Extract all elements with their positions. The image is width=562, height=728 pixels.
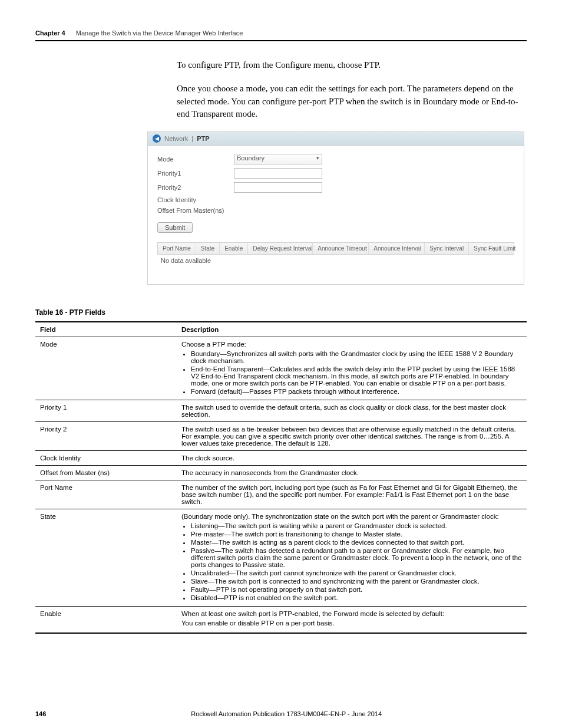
back-icon[interactable]: ◀ (153, 134, 161, 143)
table-row: Offset from Master (ns) The accuracy in … (35, 466, 527, 480)
header-rule (35, 40, 527, 41)
cell-desc: The accuracy in nanoseconds from the Gra… (177, 466, 527, 480)
cell-field: Priority 1 (35, 400, 177, 422)
breadcrumb-section[interactable]: Network (164, 135, 188, 142)
port-table-header: Port Name State Enable Delay Request Int… (157, 242, 514, 255)
cell-desc: The switch used as a tie-breaker between… (177, 422, 527, 451)
cell-field: Mode (35, 337, 177, 400)
breadcrumb-page: PTP (197, 135, 209, 142)
cell-desc: The clock source. (177, 451, 527, 466)
col-enable[interactable]: Enable (220, 243, 248, 254)
table-row: Mode Choose a PTP mode: Boundary—Synchro… (35, 337, 527, 400)
th-field: Field (35, 322, 177, 337)
mode-select[interactable]: Boundary (234, 154, 322, 164)
ptp-fields-table: Field Description Mode Choose a PTP mode… (35, 321, 527, 634)
screenshot-breadcrumb: ◀ Network | PTP (148, 132, 524, 146)
col-state[interactable]: State (196, 243, 220, 254)
col-portname[interactable]: Port Name (158, 243, 196, 254)
priority1-label: Priority1 (157, 170, 234, 177)
col-announce-timeout[interactable]: Announce Timeout (313, 243, 369, 254)
breadcrumb-separator: | (191, 135, 193, 142)
mode-label: Mode (157, 156, 234, 163)
cell-field: Enable (35, 607, 177, 634)
cell-desc: Choose a PTP mode: Boundary—Synchronizes… (177, 337, 527, 400)
priority2-label: Priority2 (157, 184, 234, 191)
th-description: Description (177, 322, 527, 337)
priority2-input[interactable] (234, 182, 322, 193)
chapter-title: Manage the Switch via the Device Manager… (76, 29, 243, 37)
page-number: 146 (35, 710, 46, 717)
cell-field: Priority 2 (35, 422, 177, 451)
col-announce-interval[interactable]: Announce Interval (369, 243, 425, 254)
publication-id: Rockwell Automation Publication 1783-UM0… (191, 710, 382, 717)
cell-field: State (35, 509, 177, 607)
clock-identity-label: Clock Identity (157, 196, 234, 203)
table-row: State (Boundary mode only). The synchron… (35, 509, 527, 607)
body-paragraph-1: To configure PTP, from the Configure men… (177, 59, 527, 72)
priority1-input[interactable] (234, 168, 322, 179)
cell-desc: (Boundary mode only). The synchronizatio… (177, 509, 527, 607)
cell-desc: The number of the switch port, including… (177, 480, 527, 509)
page-footer: 146 Rockwell Automation Publication 1783… (35, 710, 527, 717)
cell-field: Clock Identity (35, 451, 177, 466)
cell-field: Offset from Master (ns) (35, 466, 177, 480)
page-header: Chapter 4 Manage the Switch via the Devi… (35, 29, 527, 37)
port-table-empty: No data available (157, 255, 514, 266)
table-row: Priority 1 The switch used to override t… (35, 400, 527, 422)
chapter-label: Chapter 4 (35, 29, 65, 37)
cell-desc: The switch used to override the default … (177, 400, 527, 422)
col-sync-fault[interactable]: Sync Fault Limit (469, 243, 520, 254)
table-row: Port Name The number of the switch port,… (35, 480, 527, 509)
cell-desc: When at least one switch port is PTP-ena… (177, 607, 527, 634)
table-row: Priority 2 The switch used as a tie-brea… (35, 422, 527, 451)
table-row: Clock Identity The clock source. (35, 451, 527, 466)
table-caption: Table 16 - PTP Fields (35, 308, 527, 317)
body-paragraph-2: Once you choose a mode, you can edit the… (177, 83, 527, 121)
submit-button[interactable]: Submit (157, 222, 193, 233)
offset-label: Offset From Master(ns) (157, 207, 224, 214)
table-row: Enable When at least one switch port is … (35, 607, 527, 634)
ptp-config-screenshot: ◀ Network | PTP Mode Boundary Priority1 … (147, 131, 524, 285)
col-delay[interactable]: Delay Request Interval (248, 243, 313, 254)
col-sync-interval[interactable]: Sync Interval (425, 243, 469, 254)
cell-field: Port Name (35, 480, 177, 509)
